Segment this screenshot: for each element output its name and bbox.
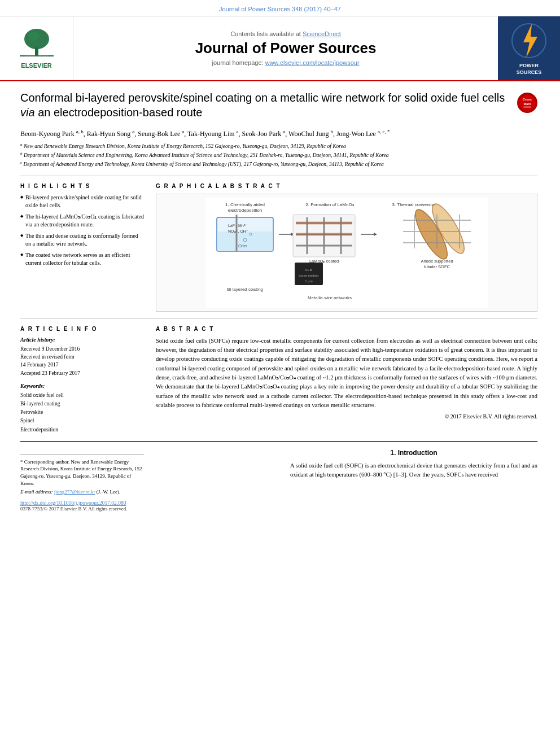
article-title: Conformal bi-layered perovskite/spinel c… — [20, 90, 510, 120]
graphical-abstract-svg: 1. Chemically aided electrodeposition 2.… — [160, 198, 533, 308]
journal-homepage-link[interactable]: www.elsevier.com/locate/jpowsour — [265, 59, 360, 66]
divider-thick — [20, 441, 537, 442]
svg-text:1 μm: 1 μm — [305, 279, 312, 283]
main-content: Conformal bi-layered perovskite/spinel c… — [0, 81, 560, 520]
power-sources-logo-box: POWERSOURCES — [498, 16, 560, 80]
journal-title: Journal of Power Sources — [85, 40, 487, 57]
affiliation-b: b Department of Materials Science and En… — [20, 151, 537, 159]
svg-text:Mark: Mark — [523, 102, 531, 106]
svg-point-4 — [28, 32, 40, 41]
article-info-abstract-section: A R T I C L E I N F O Article history: R… — [20, 326, 537, 434]
graphical-abstract-heading: G R A P H I C A L A B S T R A C T — [156, 183, 537, 189]
abstract-heading: A B S T R A C T — [156, 326, 537, 332]
crossmark-icon: Cross Mark — [517, 93, 537, 113]
corresponding-author-note: * Corresponding author. New and Renewabl… — [20, 458, 144, 487]
footer-intro-area: * Corresponding author. New and Renewabl… — [20, 449, 537, 512]
keywords-list: Solid oxide fuel cell Bi-layered coating… — [20, 391, 145, 434]
crossmark-badge: Cross Mark — [517, 93, 537, 113]
power-sources-icon — [509, 21, 549, 60]
graphical-abstract-box: 1. Chemically aided electrodeposition 2.… — [156, 194, 537, 312]
footnote-block: * Corresponding author. New and Renewabl… — [20, 455, 144, 496]
elsevier-logo-area: ELSEVIER — [0, 16, 73, 80]
doi-line: http://dx.doi.org/10.1016/j.jpowsour.201… — [20, 500, 268, 506]
svg-text:Anode supported: Anode supported — [421, 259, 453, 264]
keywords-label: Keywords: — [20, 383, 145, 389]
abstract-column: A B S T R A C T Solid oxide fuel cells (… — [156, 326, 537, 434]
footnote-area: * Corresponding author. New and Renewabl… — [20, 449, 268, 512]
svg-text:Metallic wire networks: Metallic wire networks — [308, 295, 352, 300]
homepage-line: journal homepage: www.elsevier.com/locat… — [85, 59, 487, 66]
svg-text:tubular SOFC: tubular SOFC — [424, 264, 450, 269]
highlight-item-4: The coated wire network serves as an eff… — [20, 251, 145, 267]
article-info-heading: A R T I C L E I N F O — [20, 326, 145, 332]
introduction-area: 1. Introduction A solid oxide fuel cell … — [290, 449, 537, 512]
power-sources-logo-inner: POWERSOURCES — [505, 16, 553, 80]
introduction-text: A solid oxide fuel cell (SOFC) is an ele… — [290, 461, 537, 480]
svg-text:2. Formation of LaMnO₃: 2. Formation of LaMnO₃ — [305, 202, 353, 207]
copyright-line: © 2017 Elsevier B.V. All rights reserved… — [156, 413, 537, 420]
page: Journal of Power Sources 348 (2017) 40–4… — [0, 0, 560, 747]
affiliation-c: c Department of Advanced Energy and Tech… — [20, 160, 537, 168]
journal-info-center: Contents lists available at ScienceDirec… — [73, 16, 498, 80]
highlight-item-1: Bi-layered perovskite/spinel oxide coati… — [20, 194, 145, 209]
elsevier-logo: ELSEVIER — [14, 28, 59, 69]
svg-text:SEM: SEM — [305, 268, 312, 272]
divider-1 — [20, 176, 537, 176]
revised-date: Received in revised form14 February 2017 — [20, 353, 145, 369]
journal-citation: Journal of Power Sources 348 (2017) 40–4… — [219, 6, 341, 12]
journal-header: ELSEVIER Contents lists available at Sci… — [0, 16, 560, 81]
email-link[interactable]: jjong277@kier.re.kr — [54, 489, 95, 495]
ps-logo-text: POWERSOURCES — [509, 63, 549, 76]
abstract-text: Solid oxide fuel cells (SOFCs) require l… — [156, 337, 537, 410]
article-title-area: Conformal bi-layered perovskite/spinel c… — [20, 90, 537, 120]
svg-text:Bi layered coating: Bi layered coating — [227, 287, 263, 292]
affiliation-a: a New and Renewable Energy Research Divi… — [20, 142, 537, 150]
article-history-label: Article history: — [20, 337, 145, 343]
highlights-heading: H I G H L I G H T S — [20, 183, 145, 189]
svg-text:3. Thermal conversion: 3. Thermal conversion — [392, 202, 437, 207]
via-italic: via — [20, 106, 35, 119]
graphical-abstract-column: G R A P H I C A L A B S T R A C T 1. Che… — [156, 183, 537, 312]
email-line: E-mail address: jjong277@kier.re.kr (J.-… — [20, 488, 144, 496]
highlights-graphical-section: H I G H L I G H T S Bi-layered perovskit… — [20, 183, 537, 312]
divider-2 — [20, 318, 537, 319]
svg-text:NO₃⁻, OH⁻: NO₃⁻, OH⁻ — [228, 229, 248, 233]
journal-citation-bar: Journal of Power Sources 348 (2017) 40–4… — [0, 0, 560, 16]
elsevier-brand-text: ELSEVIER — [14, 62, 59, 69]
highlights-list: Bi-layered perovskite/spinel oxide coati… — [20, 194, 145, 267]
svg-text:1. Chemically aided: 1. Chemically aided — [225, 202, 265, 207]
svg-text:Cross: Cross — [523, 98, 532, 102]
authors-line: Beom-Kyeong Park a, b, Rak-Hyun Song a, … — [20, 128, 537, 139]
elsevier-tree-icon — [14, 28, 59, 59]
accepted-date: Accepted 23 February 2017 — [20, 369, 145, 377]
introduction-heading: 1. Introduction — [290, 449, 537, 457]
doi-link[interactable]: http://dx.doi.org/10.1016/j.jpowsour.201… — [20, 500, 126, 506]
received-date: Received 9 December 2016 — [20, 345, 145, 353]
svg-text:electrodeposition: electrodeposition — [228, 208, 262, 213]
svg-text:La³⁺, Mn²⁺: La³⁺, Mn²⁺ — [228, 224, 247, 228]
highlight-item-2: The bi-layered LaMnO₃/Co₃O₄ coating is f… — [20, 213, 145, 229]
issn-line: 0378-7753/© 2017 Elsevier B.V. All right… — [20, 506, 268, 512]
article-info-column: A R T I C L E I N F O Article history: R… — [20, 326, 145, 434]
highlight-item-3: The thin and dense coating is conformall… — [20, 232, 145, 248]
crossmark-svg: Cross Mark — [518, 93, 536, 112]
svg-text:Crfer: Crfer — [238, 244, 247, 248]
highlights-column: H I G H L I G H T S Bi-layered perovskit… — [20, 183, 145, 312]
svg-text:cross-section: cross-section — [299, 274, 318, 277]
sciencedirect-link[interactable]: ScienceDirect — [303, 30, 341, 37]
contents-available: Contents lists available at ScienceDirec… — [85, 30, 487, 37]
abstract-paragraph: Solid oxide fuel cells (SOFCs) require l… — [156, 337, 537, 410]
